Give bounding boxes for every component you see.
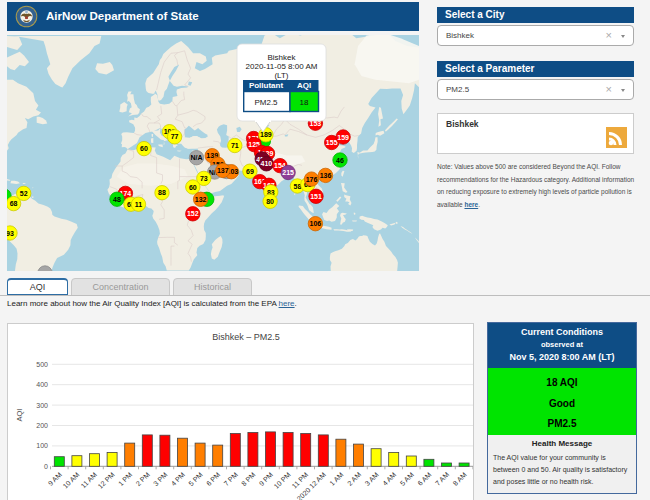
svg-text:6 PM: 6 PM [205,471,222,488]
svg-text:N/A: N/A [190,154,202,161]
svg-text:2 PM: 2 PM [135,471,152,488]
svg-text:137: 137 [217,167,229,174]
svg-text:12 PM: 12 PM [97,471,116,490]
svg-text:7 AM: 7 AM [434,471,450,487]
svg-text:11 AM: 11 AM [80,471,99,490]
svg-text:5 AM: 5 AM [399,471,415,487]
svg-text:300: 300 [36,402,48,409]
svg-text:0: 0 [44,463,48,470]
svg-text:46: 46 [336,157,344,164]
svg-text:4 PM: 4 PM [170,471,187,488]
svg-text:(LT): (LT) [274,71,288,80]
svg-text:69: 69 [246,168,254,175]
svg-text:10 AM: 10 AM [62,471,81,490]
svg-text:11: 11 [135,201,143,208]
svg-text:Bishkek – PM2.5: Bishkek – PM2.5 [212,332,280,342]
svg-text:AQI: AQI [15,409,24,422]
svg-text:68: 68 [10,200,18,207]
svg-text:77: 77 [171,133,179,140]
svg-text:4 AM: 4 AM [381,471,397,487]
svg-text:136: 136 [320,172,332,179]
svg-text:410: 410 [261,160,273,167]
svg-text:132: 132 [195,196,207,203]
svg-text:189: 189 [260,131,272,138]
svg-text:1 PM: 1 PM [117,471,134,488]
svg-text:8 AM: 8 AM [452,471,468,487]
svg-text:PM2.5: PM2.5 [254,98,278,107]
svg-text:6 AM: 6 AM [416,471,432,487]
svg-text:100: 100 [36,442,48,449]
svg-text:Pollutant: Pollutant [249,81,284,90]
svg-text:8 PM: 8 PM [240,471,257,488]
svg-text:5 PM: 5 PM [187,471,204,488]
svg-text:3 AM: 3 AM [364,471,380,487]
svg-text:48: 48 [113,196,121,203]
svg-text:60: 60 [189,184,197,191]
svg-text:60: 60 [140,145,148,152]
svg-text:155: 155 [326,139,338,146]
svg-text:7 PM: 7 PM [223,471,240,488]
svg-text:80: 80 [266,198,274,205]
svg-text:93: 93 [7,230,14,237]
svg-text:88: 88 [158,189,166,196]
svg-text:151: 151 [310,193,322,200]
svg-text:AQI: AQI [297,81,311,90]
svg-text:215: 215 [282,169,294,176]
svg-text:152: 152 [187,210,199,217]
svg-text:58: 58 [294,183,302,190]
svg-text:18: 18 [300,98,309,107]
svg-text:400: 400 [36,381,48,388]
svg-text:73: 73 [200,175,208,182]
svg-text:10 PM: 10 PM [273,471,292,490]
svg-text:200: 200 [36,422,48,429]
svg-text:52: 52 [20,190,28,197]
svg-text:1 AM: 1 AM [328,471,344,487]
svg-text:106: 106 [310,220,322,227]
svg-text:Bishkek: Bishkek [267,53,296,62]
svg-text:71: 71 [231,142,239,149]
svg-text:176: 176 [306,176,318,183]
svg-text:2 AM: 2 AM [346,471,362,487]
svg-text:3 PM: 3 PM [152,471,169,488]
svg-text:159: 159 [337,134,349,141]
svg-text:500: 500 [36,361,48,368]
